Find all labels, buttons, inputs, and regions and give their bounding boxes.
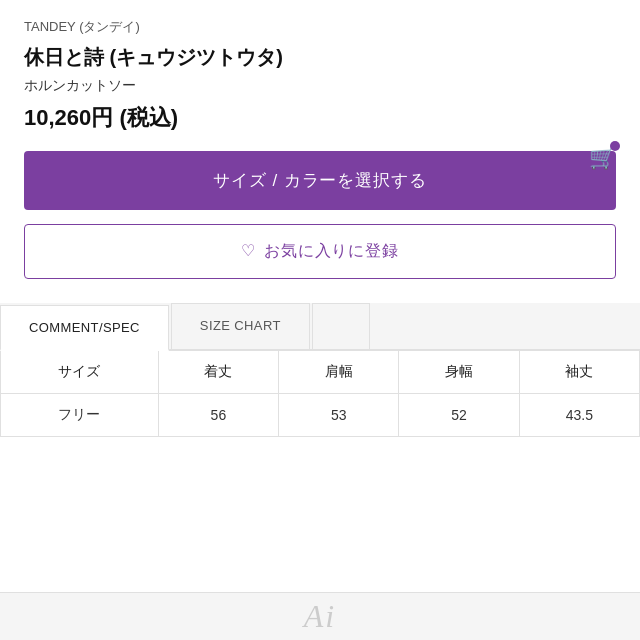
favorite-button[interactable]: ♡お気に入りに登録 [24,224,616,279]
tab-empty[interactable] [312,303,370,349]
col-shoulder: 肩幅 [279,351,399,394]
buttons-area: 🛒 サイズ / カラーを選択する ♡お気に入りに登録 [0,151,640,279]
heart-icon: ♡ [241,242,256,259]
col-body-width: 身幅 [399,351,519,394]
col-sleeve: 袖丈 [519,351,639,394]
product-type: ホルンカットソー [24,77,616,95]
table-row: フリー 56 53 52 43.5 [1,394,640,437]
cell-size: フリー [1,394,159,437]
page-container: TANDEY (タンデイ) 休日と詩 (キュウジツトウタ) ホルンカットソー 1… [0,0,640,640]
product-info: TANDEY (タンデイ) 休日と詩 (キュウジツトウタ) ホルンカットソー 1… [0,0,640,151]
col-length: 着丈 [158,351,278,394]
cell-sleeve: 43.5 [519,394,639,437]
ai-label: Ai [304,598,336,635]
brand-name: TANDEY (タンデイ) [24,18,616,36]
size-table: サイズ 着丈 肩幅 身幅 袖丈 フリー 56 53 52 43.5 [0,350,640,437]
tabs-area: COMMENT/SPEC SIZE CHART [0,303,640,350]
cart-badge [610,141,620,151]
divider [0,279,640,303]
bottom-bar: Ai [0,592,640,640]
tab-content: サイズ 着丈 肩幅 身幅 袖丈 フリー 56 53 52 43.5 [0,350,640,437]
table-header-row: サイズ 着丈 肩幅 身幅 袖丈 [1,351,640,394]
product-price: 10,260円 (税込) [24,103,616,133]
product-name: 休日と詩 (キュウジツトウタ) [24,44,616,71]
cell-shoulder: 53 [279,394,399,437]
cell-length: 56 [158,394,278,437]
tab-comment-spec[interactable]: COMMENT/SPEC [0,305,169,351]
col-size: サイズ [1,351,159,394]
tab-size-chart[interactable]: SIZE CHART [171,303,310,349]
cell-body-width: 52 [399,394,519,437]
cart-icon: 🛒 [589,145,616,171]
cart-icon-area: 🛒 [589,145,616,171]
select-size-button[interactable]: サイズ / カラーを選択する [24,151,616,210]
